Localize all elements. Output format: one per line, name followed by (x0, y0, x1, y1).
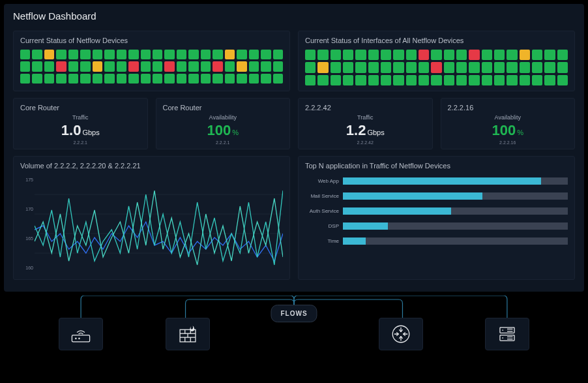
status-cell[interactable] (431, 75, 441, 85)
metric-card[interactable]: Core RouterTraffic1.0Gbps2.2.2.1 (13, 98, 148, 149)
status-cell[interactable] (355, 62, 366, 72)
status-cell[interactable] (444, 50, 454, 60)
status-cell[interactable] (381, 50, 391, 60)
status-cell[interactable] (507, 75, 517, 85)
status-cell[interactable] (507, 62, 517, 72)
status-cell[interactable] (104, 61, 114, 71)
status-cell[interactable] (520, 75, 530, 85)
status-cell[interactable] (557, 75, 568, 85)
status-cell[interactable] (419, 62, 429, 72)
status-cell[interactable] (201, 74, 211, 84)
status-cell[interactable] (68, 61, 78, 71)
status-cell[interactable] (406, 75, 417, 85)
status-cell[interactable] (32, 61, 42, 71)
status-cell[interactable] (153, 50, 162, 59)
status-cell[interactable] (213, 61, 222, 71)
status-cell[interactable] (177, 61, 186, 71)
status-cell[interactable] (532, 50, 542, 60)
status-cell[interactable] (456, 62, 467, 72)
status-cell[interactable] (444, 62, 454, 72)
status-cell[interactable] (249, 61, 259, 71)
status-cell[interactable] (104, 74, 114, 84)
status-cell[interactable] (544, 62, 555, 72)
status-cell[interactable] (482, 75, 492, 85)
status-cell[interactable] (331, 75, 341, 85)
status-cell[interactable] (141, 61, 151, 71)
status-cell[interactable] (317, 50, 328, 60)
status-cell[interactable] (44, 74, 54, 84)
status-cell[interactable] (128, 50, 138, 59)
status-cell[interactable] (188, 74, 198, 84)
status-cell[interactable] (469, 50, 479, 60)
status-cell[interactable] (406, 50, 417, 60)
status-cell[interactable] (482, 50, 492, 60)
status-cell[interactable] (20, 74, 30, 84)
metric-card[interactable]: 2.2.2.42Traffic1.2Gbps2.2.2.42 (298, 98, 433, 149)
status-cell[interactable] (368, 75, 379, 85)
status-cell[interactable] (532, 75, 542, 85)
status-cell[interactable] (93, 74, 102, 84)
status-cell[interactable] (305, 62, 316, 72)
status-cell[interactable] (431, 50, 441, 60)
status-cell[interactable] (261, 61, 271, 71)
status-cell[interactable] (237, 74, 246, 84)
status-cell[interactable] (164, 61, 174, 71)
status-cell[interactable] (237, 50, 246, 59)
status-cell[interactable] (188, 61, 198, 71)
status-cell[interactable] (393, 62, 404, 72)
status-cell[interactable] (201, 50, 211, 59)
status-cell[interactable] (141, 74, 151, 84)
status-cell[interactable] (355, 75, 366, 85)
status-cell[interactable] (273, 61, 283, 71)
status-cell[interactable] (93, 50, 102, 59)
status-cell[interactable] (93, 61, 102, 71)
status-cell[interactable] (128, 61, 138, 71)
status-cell[interactable] (117, 61, 126, 71)
status-cell[interactable] (343, 50, 353, 60)
status-cell[interactable] (456, 50, 467, 60)
status-cell[interactable] (469, 62, 479, 72)
status-cell[interactable] (141, 50, 151, 59)
status-cell[interactable] (273, 50, 283, 59)
status-cell[interactable] (213, 74, 222, 84)
status-cell[interactable] (225, 61, 235, 71)
status-cell[interactable] (225, 74, 235, 84)
status-cell[interactable] (56, 61, 66, 71)
status-cell[interactable] (32, 50, 42, 59)
status-cell[interactable] (177, 74, 186, 84)
status-cell[interactable] (128, 74, 138, 84)
status-cell[interactable] (188, 50, 198, 59)
status-cell[interactable] (80, 74, 90, 84)
status-cell[interactable] (305, 50, 316, 60)
status-cell[interactable] (20, 61, 30, 71)
metric-card[interactable]: Core RouterAvailability100%2.2.2.1 (156, 98, 291, 149)
status-cell[interactable] (419, 50, 429, 60)
status-cell[interactable] (494, 62, 505, 72)
status-cell[interactable] (153, 61, 162, 71)
status-cell[interactable] (273, 74, 283, 84)
status-cell[interactable] (343, 75, 353, 85)
status-cell[interactable] (494, 50, 505, 60)
status-cell[interactable] (520, 50, 530, 60)
status-cell[interactable] (507, 50, 517, 60)
status-cell[interactable] (164, 50, 174, 59)
status-cell[interactable] (544, 75, 555, 85)
status-cell[interactable] (68, 74, 78, 84)
status-cell[interactable] (32, 74, 42, 84)
status-cell[interactable] (44, 50, 54, 59)
status-cell[interactable] (213, 50, 222, 59)
status-cell[interactable] (393, 75, 404, 85)
status-cell[interactable] (544, 50, 555, 60)
status-cell[interactable] (317, 62, 328, 72)
status-cell[interactable] (237, 61, 246, 71)
status-cell[interactable] (355, 50, 366, 60)
status-cell[interactable] (44, 61, 54, 71)
status-cell[interactable] (261, 50, 271, 59)
status-cell[interactable] (305, 75, 316, 85)
status-cell[interactable] (56, 74, 66, 84)
status-cell[interactable] (444, 75, 454, 85)
status-cell[interactable] (331, 62, 341, 72)
status-cell[interactable] (494, 75, 505, 85)
status-cell[interactable] (56, 50, 66, 59)
status-cell[interactable] (381, 75, 391, 85)
